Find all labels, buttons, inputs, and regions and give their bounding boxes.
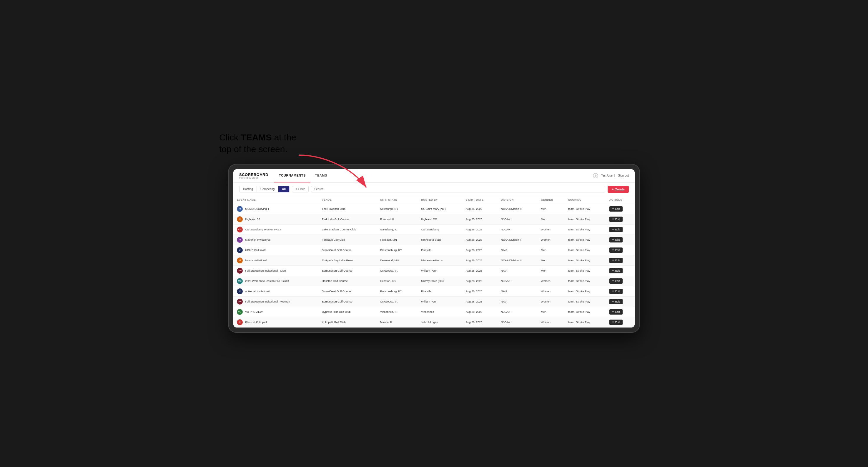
cell-start-date: Aug 28, 2023	[462, 235, 498, 245]
edit-icon: ✏	[612, 300, 614, 303]
cell-event-name: MS 2023 Women's Hesston Fall Kickoff	[233, 276, 318, 286]
cell-actions: ✏ Edit	[606, 286, 635, 296]
cell-event-name: M Maverick Invitational	[233, 235, 318, 245]
edit-button[interactable]: ✏ Edit	[609, 258, 623, 263]
cell-actions: ✏ Edit	[606, 224, 635, 235]
cell-division: NJCAA II	[497, 276, 537, 286]
cell-event-name: U UPIKE Fall Invite	[233, 245, 318, 255]
cell-division: NJCAA I	[497, 317, 537, 327]
cell-division: NCAA Division III	[497, 255, 537, 266]
cell-venue: Kokopelli Golf Club	[318, 317, 377, 327]
team-logo: K	[237, 319, 243, 325]
cell-division: NAIA	[497, 245, 537, 255]
cell-scoring: team, Stroke Play	[565, 276, 606, 286]
edit-button[interactable]: ✏ Edit	[609, 299, 623, 304]
cell-venue: Ruttger's Bay Lake Resort	[318, 255, 377, 266]
logo-subtitle: Powered by Clippit	[239, 177, 268, 179]
signout-link[interactable]: Sign out	[618, 174, 629, 177]
toolbar: Hosting Competing All ≡ Filter + Create	[233, 183, 635, 196]
cell-venue: Hesston Golf Course	[318, 276, 377, 286]
edit-icon: ✏	[612, 218, 614, 220]
cell-actions: ✏ Edit	[606, 255, 635, 266]
cell-city-state: Vincennes, IN	[377, 307, 417, 317]
col-venue: VENUE	[318, 196, 377, 204]
edit-button[interactable]: ✏ Edit	[609, 289, 623, 294]
col-event-name: EVENT NAME	[233, 196, 318, 204]
team-logo: M	[237, 257, 243, 263]
event-name-text: Morris Invitational	[245, 259, 267, 262]
cell-start-date: Aug 25, 2023	[462, 214, 498, 224]
cell-division: NCAA Division III	[497, 204, 537, 214]
tab-tournaments[interactable]: TOURNAMENTS	[274, 169, 310, 182]
cell-actions: ✏ Edit	[606, 296, 635, 307]
filter-advanced-btn[interactable]: ≡ Filter	[292, 186, 309, 192]
tournaments-table-wrapper: EVENT NAME VENUE CITY, STATE HOSTED BY S…	[233, 196, 635, 328]
edit-icon: ✏	[612, 259, 614, 261]
cell-gender: Men	[537, 307, 565, 317]
event-name-text: upike fall invitational	[245, 289, 270, 293]
edit-button[interactable]: ✏ Edit	[609, 247, 623, 253]
cell-start-date: Aug 28, 2023	[462, 245, 498, 255]
edit-button[interactable]: ✏ Edit	[609, 319, 623, 325]
team-logo: WP	[237, 299, 243, 305]
table-row: MS 2023 Women's Hesston Fall Kickoff Hes…	[233, 276, 635, 286]
event-name-text: Klash at Kokopelli	[245, 320, 268, 324]
filter-competing-btn[interactable]: Competing	[257, 186, 278, 192]
team-logo: CS	[237, 226, 243, 232]
logo-area: SCOREBOARD Powered by Clippit	[239, 173, 268, 179]
cell-venue: Lake Bracken Country Club	[318, 224, 377, 235]
cell-city-state: Deerwood, MN	[377, 255, 417, 266]
col-gender: GENDER	[537, 196, 565, 204]
table-row: WP Fall Statesmen Invitational - Women E…	[233, 296, 635, 307]
cell-hosted-by: Carl Sandburg	[417, 224, 462, 235]
filter-hosting-btn[interactable]: Hosting	[240, 186, 257, 192]
edit-icon: ✏	[612, 280, 614, 282]
table-row: K Klash at Kokopelli Kokopelli Golf Club…	[233, 317, 635, 327]
edit-button[interactable]: ✏ Edit	[609, 217, 623, 222]
edit-icon: ✏	[612, 321, 614, 323]
team-logo: M	[237, 206, 243, 212]
tournaments-table: EVENT NAME VENUE CITY, STATE HOSTED BY S…	[233, 196, 635, 328]
filter-all-btn[interactable]: All	[278, 186, 289, 192]
cell-actions: ✏ Edit	[606, 204, 635, 214]
cell-city-state: Oskaloosa, IA	[377, 266, 417, 276]
cell-scoring: team, Stroke Play	[565, 307, 606, 317]
app-header: SCOREBOARD Powered by Clippit TOURNAMENT…	[233, 169, 635, 183]
edit-button[interactable]: ✏ Edit	[609, 206, 623, 212]
cell-scoring: team, Stroke Play	[565, 245, 606, 255]
create-btn[interactable]: + Create	[608, 186, 629, 193]
edit-button[interactable]: ✏ Edit	[609, 237, 623, 243]
edit-button[interactable]: ✏ Edit	[609, 278, 623, 284]
cell-hosted-by: Vincennes	[417, 307, 462, 317]
cell-start-date: Aug 28, 2023	[462, 307, 498, 317]
team-logo: U	[237, 288, 243, 294]
cell-city-state: Prestonsburg, KY	[377, 286, 417, 296]
edit-button[interactable]: ✏ Edit	[609, 227, 623, 232]
cell-hosted-by: John A Logan	[417, 317, 462, 327]
cell-venue: Edmundson Golf Course	[318, 296, 377, 307]
edit-button[interactable]: ✏ Edit	[609, 309, 623, 315]
team-logo: VU	[237, 309, 243, 315]
edit-button[interactable]: ✏ Edit	[609, 268, 623, 273]
cell-division: NJCAA I	[497, 214, 537, 224]
tab-teams[interactable]: TEAMS	[310, 169, 332, 182]
cell-city-state: Oskaloosa, IA	[377, 296, 417, 307]
search-input[interactable]	[311, 186, 605, 192]
team-logo: M	[237, 237, 243, 243]
col-hosted-by: HOSTED BY	[417, 196, 462, 204]
edit-icon: ✏	[612, 249, 614, 251]
cell-event-name: WP Fall Statesmen Invitational - Men	[233, 266, 318, 276]
cell-start-date: Aug 24, 2023	[462, 204, 498, 214]
cell-hosted-by: William Penn	[417, 266, 462, 276]
table-header-row: EVENT NAME VENUE CITY, STATE HOSTED BY S…	[233, 196, 635, 204]
instruction-teams: TEAMS	[241, 132, 272, 142]
event-name-text: Highland 36	[245, 217, 260, 221]
cell-scoring: team, Stroke Play	[565, 235, 606, 245]
table-row: VU VU PREVIEW Cypress Hills Golf Club Vi…	[233, 307, 635, 317]
filter-btn-group: Hosting Competing All	[239, 186, 289, 192]
col-actions: ACTIONS	[606, 196, 635, 204]
team-logo: MS	[237, 278, 243, 284]
event-name-text: UPIKE Fall Invite	[245, 248, 266, 252]
cell-venue: Edmundson Golf Course	[318, 266, 377, 276]
settings-icon[interactable]: ⚙	[593, 173, 598, 178]
